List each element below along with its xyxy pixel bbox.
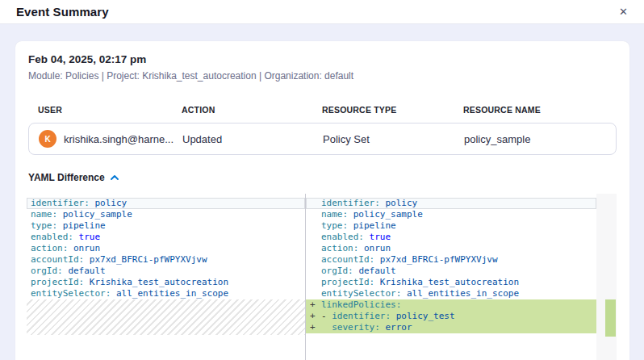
event-table-row: K krishika.singh@harne... Updated Policy…: [28, 123, 617, 155]
resource-name-cell: policy_sample: [464, 133, 616, 145]
diff-line: identifier: policy: [306, 198, 596, 209]
diff-line: enabled: true: [27, 232, 305, 243]
modal-body: Feb 04, 2025, 02:17 pm Module: Policies …: [0, 24, 644, 360]
column-header: USER: [38, 105, 182, 115]
diff-line: entitySelector: all_entities_in_scope: [306, 288, 596, 299]
diff-line: enabled: true: [306, 232, 596, 243]
diff-added-line: + severity: error: [306, 322, 596, 333]
avatar: K: [39, 130, 56, 148]
column-header: RESOURCE TYPE: [322, 105, 463, 115]
diff-line: identifier: policy: [27, 198, 305, 209]
diff-line: type: pipeline: [27, 220, 305, 232]
user-cell: K krishika.singh@harne...: [39, 130, 182, 148]
diff-line: type: pipeline: [306, 220, 596, 232]
action-cell: Updated: [182, 133, 323, 145]
close-icon[interactable]: ✕: [616, 5, 631, 19]
resource-type-cell: Policy Set: [323, 133, 464, 145]
diff-line: projectId: Krishika_test_autocreation: [306, 277, 596, 288]
diff-line: accountId: px7xd_BFRCi-pfWPYXVjvw: [306, 254, 596, 266]
diff-line: accountId: px7xd_BFRCi-pfWPYXVjvw: [27, 254, 305, 266]
diff-placeholder-hatch: [27, 299, 305, 335]
diff-line: orgId: default: [306, 266, 596, 277]
diff-line: orgId: default: [27, 266, 305, 277]
yaml-difference-toggle[interactable]: YAML Difference: [28, 172, 119, 183]
diff-added-line: +linkedPolicies:: [306, 299, 596, 311]
modal-header: Event Summary ✕: [0, 0, 644, 24]
diff-overview-ruler[interactable]: [596, 194, 617, 360]
yaml-diff-editor[interactable]: identifier: policyname: policy_sampletyp…: [27, 194, 617, 360]
diff-pane-modified[interactable]: identifier: policyname: policy_sampletyp…: [306, 194, 596, 360]
event-scope-breadcrumb: Module: Policies | Project: Krishika_tes…: [28, 70, 617, 82]
yaml-difference-label: YAML Difference: [28, 172, 105, 183]
diff-added-line: +- identifier: policy_test: [306, 311, 596, 322]
diff-line: entitySelector: all_entities_in_scope: [27, 288, 305, 299]
event-timestamp: Feb 04, 2025, 02:17 pm: [28, 53, 617, 65]
event-table-header: USERACTIONRESOURCE TYPERESOURCE NAME: [28, 105, 617, 115]
diff-pane-original[interactable]: identifier: policyname: policy_sampletyp…: [27, 194, 306, 360]
diff-line: action: onrun: [27, 243, 305, 254]
diff-line: name: policy_sample: [27, 209, 305, 220]
chevron-up-icon: [111, 175, 119, 180]
page-title: Event Summary: [16, 5, 109, 19]
user-email: krishika.singh@harne...: [64, 133, 174, 145]
column-header: RESOURCE NAME: [463, 105, 617, 115]
column-header: ACTION: [182, 105, 322, 115]
diff-added-marker: [605, 299, 616, 337]
diff-line: projectId: Krishika_test_autocreation: [27, 277, 305, 288]
diff-line: action: onrun: [306, 243, 596, 254]
diff-line: name: policy_sample: [306, 209, 596, 220]
event-card: Feb 04, 2025, 02:17 pm Module: Policies …: [15, 41, 629, 360]
